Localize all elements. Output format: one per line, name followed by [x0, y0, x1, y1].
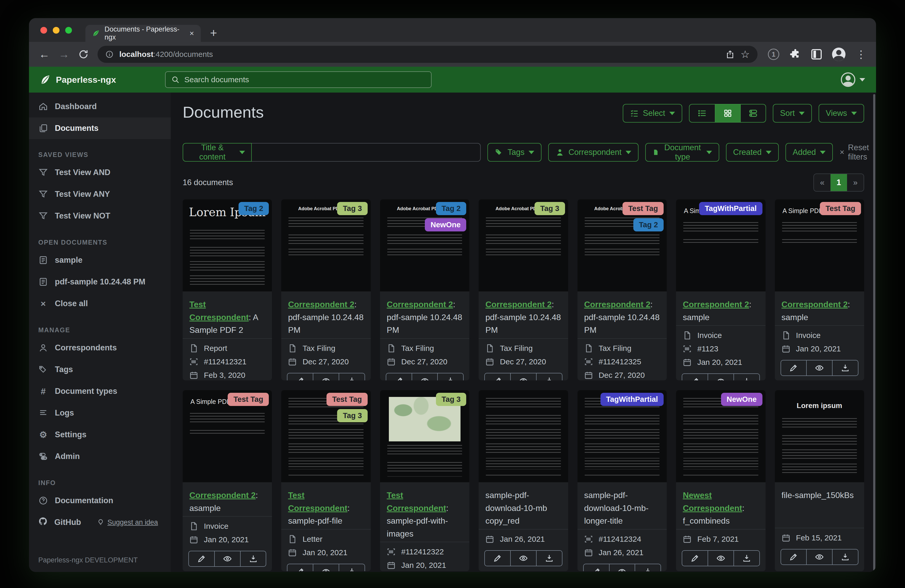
edit-button[interactable]	[584, 564, 609, 571]
url-bar[interactable]: localhost:4200/documents ☆	[98, 46, 757, 63]
document-card[interactable]: NewOne Newest Correspondent: f_combineds…	[676, 390, 765, 571]
document-thumbnail[interactable]: Adobe Acrobat PDF Files Tag 3	[479, 200, 568, 292]
download-button[interactable]	[832, 360, 858, 376]
sidebar-item-documentation[interactable]: Documentation	[29, 490, 171, 512]
edit-button[interactable]	[189, 551, 214, 566]
next-page-button[interactable]: »	[847, 174, 864, 191]
edit-button[interactable]	[287, 564, 313, 571]
correspondent-link[interactable]: Correspondent 2	[189, 491, 256, 500]
document-thumbnail[interactable]: Lorem Ipsum Tag 2	[183, 200, 272, 292]
correspondent-link[interactable]: Test Correspondent	[288, 491, 347, 513]
correspondent-link[interactable]: Correspondent 2	[387, 300, 453, 309]
edit-button[interactable]	[682, 374, 708, 380]
site-info-icon[interactable]	[105, 50, 114, 59]
sidebar-item-open-document[interactable]: pdf-sample 10.24.48 PM	[29, 271, 171, 293]
edit-button[interactable]	[682, 551, 708, 566]
added-filter-button[interactable]: Added	[786, 143, 833, 162]
document-card[interactable]: TagWithPartial sample-pdf-download-10-mb…	[578, 390, 667, 571]
document-thumbnail[interactable]: Test TagTag 3	[281, 390, 370, 482]
sidebar-item-admin[interactable]: Admin	[29, 445, 171, 467]
document-card[interactable]: Lorem ipsum file-sample_150kBs Feb 15, 2…	[775, 390, 864, 571]
download-button[interactable]	[339, 564, 365, 571]
view-button[interactable]	[708, 551, 734, 566]
document-card[interactable]: Adobe Acrobat PDF Files Tag 3 Correspond…	[281, 200, 370, 380]
close-tab-icon[interactable]: ×	[189, 29, 194, 38]
document-card[interactable]: sample-pdf-download-10-mb copy_red Jan 2…	[479, 390, 568, 571]
view-button[interactable]	[510, 551, 536, 566]
tag-badge[interactable]: Test Tag	[622, 202, 664, 215]
view-button[interactable]	[510, 373, 536, 380]
correspondent-link[interactable]: Correspondent 2	[288, 300, 354, 309]
download-button[interactable]	[339, 373, 365, 380]
edit-button[interactable]	[781, 360, 807, 376]
sidebar-item-settings[interactable]: ⚙ Settings	[29, 424, 171, 445]
document-thumbnail[interactable]: Adobe Acrobat PDF Files Tag 2NewOne	[380, 200, 469, 292]
sidebar-item-correspondents[interactable]: Correspondents	[29, 337, 171, 359]
sidebar-item-dashboard[interactable]: Dashboard	[29, 96, 171, 117]
edit-button[interactable]	[781, 550, 807, 564]
tag-badge[interactable]: Test Tag	[228, 393, 269, 406]
document-thumbnail[interactable]: Adobe Acrobat PDF Files Test TagTag 2	[578, 200, 667, 292]
sidebar-item-saved-view[interactable]: Test View AND	[29, 162, 171, 183]
correspondent-link[interactable]: Test Correspondent	[189, 300, 249, 322]
correspondent-link[interactable]: Test Correspondent	[387, 491, 446, 513]
download-button[interactable]	[536, 551, 562, 566]
correspondent-link[interactable]: Newest Correspondent	[683, 491, 742, 513]
sidebar-item-open-document[interactable]: sample	[29, 249, 171, 271]
view-button[interactable]	[806, 550, 832, 564]
view-button[interactable]	[609, 564, 635, 571]
correspondent-filter-button[interactable]: Correspondent	[548, 143, 638, 162]
previous-page-button[interactable]: «	[814, 174, 830, 191]
correspondent-link[interactable]: Correspondent 2	[485, 300, 552, 309]
edit-button[interactable]	[485, 551, 510, 566]
url-text[interactable]: localhost:4200/documents	[119, 50, 213, 59]
download-button[interactable]	[536, 373, 562, 380]
extensions-puzzle-icon[interactable]	[790, 49, 801, 60]
window-controls[interactable]	[40, 27, 72, 33]
sidebar-item-tags[interactable]: Tags	[29, 359, 171, 380]
share-icon[interactable]	[726, 50, 735, 59]
download-button[interactable]	[734, 374, 759, 380]
search-input[interactable]	[184, 75, 426, 84]
tag-badge[interactable]: TagWithPartial	[600, 393, 664, 406]
tag-badge[interactable]: Tag 2	[634, 218, 664, 231]
document-thumbnail[interactable]: Lorem ipsum	[775, 390, 864, 482]
tag-badge[interactable]: Tag 3	[436, 393, 467, 406]
minimize-window-button[interactable]	[53, 27, 59, 33]
tag-badge[interactable]: Test Tag	[820, 202, 861, 215]
browser-tab[interactable]: Documents - Paperless-ngx ×	[86, 25, 201, 42]
download-button[interactable]	[734, 551, 759, 566]
document-card[interactable]: Test TagTag 3 Test Correspondent: sample…	[281, 390, 370, 571]
document-thumbnail[interactable]: Adobe Acrobat PDF Files Tag 3	[281, 200, 370, 292]
correspondent-link[interactable]: Correspondent 2	[781, 300, 848, 309]
document-card[interactable]: Adobe Acrobat PDF Files Test TagTag 2 Co…	[578, 200, 667, 380]
document-thumbnail[interactable]: NewOne	[676, 390, 765, 482]
maximize-window-button[interactable]	[65, 27, 72, 33]
document-thumbnail[interactable]: Tag 3	[380, 390, 469, 482]
document-card[interactable]: A Simple PDF File TagWithPartial Corresp…	[676, 200, 765, 380]
new-tab-button[interactable]: +	[210, 26, 217, 40]
reload-icon[interactable]	[78, 49, 89, 60]
edit-button[interactable]	[287, 373, 313, 380]
select-button[interactable]: Select	[623, 104, 682, 122]
grid-view-button[interactable]	[715, 105, 740, 122]
title-content-filter-input[interactable]	[252, 143, 480, 162]
tag-badge[interactable]: Tag 2	[436, 202, 467, 215]
edit-button[interactable]	[386, 373, 411, 380]
tag-badge[interactable]: Tag 3	[337, 409, 368, 422]
document-card[interactable]: Adobe Acrobat PDF Files Tag 3 Correspond…	[479, 200, 568, 380]
document-type-filter-button[interactable]: Document type	[645, 143, 719, 162]
correspondent-link[interactable]: Correspondent 2	[683, 300, 749, 309]
close-window-button[interactable]	[40, 27, 47, 33]
sidebar-item-logs[interactable]: Logs	[29, 402, 171, 424]
app-brand[interactable]: Paperless-ngx	[40, 74, 116, 85]
detail-view-button[interactable]	[740, 105, 765, 122]
side-panel-icon[interactable]	[811, 49, 822, 59]
view-button[interactable]	[313, 564, 339, 571]
reset-filters-button[interactable]: × Reset filters	[840, 143, 869, 162]
tag-badge[interactable]: Test Tag	[327, 393, 368, 406]
suggest-idea-link[interactable]: Suggest an idea	[97, 518, 158, 526]
download-button[interactable]	[832, 550, 858, 564]
document-thumbnail[interactable]: A Simple PDF File TagWithPartial	[676, 200, 765, 292]
sidebar-item-close-all[interactable]: × Close all	[29, 293, 171, 314]
